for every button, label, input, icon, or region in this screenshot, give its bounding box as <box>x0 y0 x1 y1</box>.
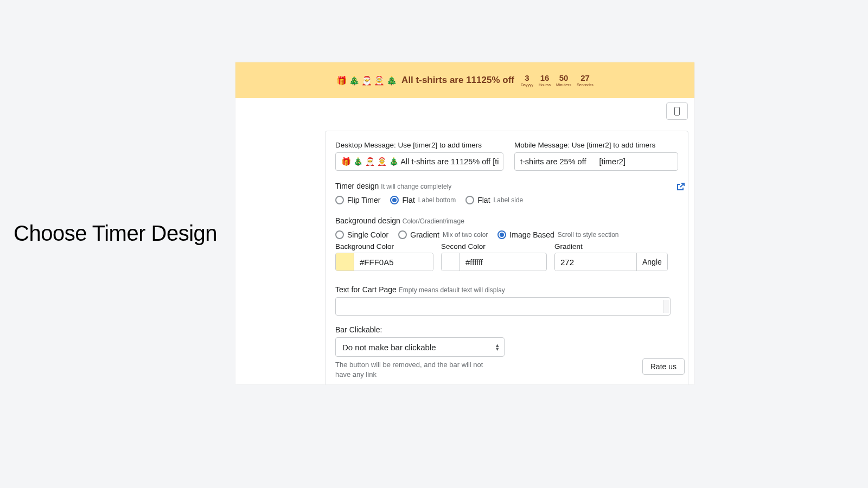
bar-clickable-helper: The button will be removed, and the bar … <box>335 360 498 379</box>
mobile-msg-input[interactable] <box>514 152 678 171</box>
bg-design-radios: Single Color Gradient Mix of two color I… <box>335 230 678 239</box>
form-card: Desktop Message: Use [timer2] to add tim… <box>325 131 688 384</box>
radio-flip-timer[interactable]: Flip Timer <box>335 196 380 204</box>
second-color-label: Second Color <box>441 242 547 251</box>
phone-icon <box>674 107 680 115</box>
radio-gradient[interactable]: Gradient Mix of two color <box>398 230 488 239</box>
cd-sec-num: 27 <box>580 74 590 82</box>
banner-emojis: 🎁🎄🎅🤶🎄 <box>336 75 397 86</box>
page-heading: Choose Timer Design <box>14 221 217 246</box>
cd-hours-num: 16 <box>540 74 550 82</box>
radio-flat-bottom[interactable]: Flat Label bottom <box>390 196 456 204</box>
preview-toolbar <box>235 98 694 120</box>
bar-clickable-select[interactable]: Do not make bar clickable <box>335 337 505 357</box>
popout-icon[interactable] <box>677 183 685 190</box>
radio-flat-side[interactable]: Flat Label side <box>465 196 523 204</box>
cd-days-num: 3 <box>525 74 529 82</box>
mobile-msg-label: Mobile Message: Use [timer2] to add time… <box>514 141 678 149</box>
editor-panel: 🎁🎄🎅🤶🎄 All t-shirts are 11125% off 3Dayyy… <box>235 62 694 384</box>
bg-color-input[interactable] <box>335 253 433 271</box>
radio-single-color[interactable]: Single Color <box>335 230 388 239</box>
second-color-text[interactable] <box>460 253 539 271</box>
bg-color-label: Background Color <box>335 242 433 251</box>
timer-design-title: Timer design It will change completely <box>335 182 678 190</box>
timer-design-radios: Flip Timer Flat Label bottom Flat Label … <box>335 196 678 204</box>
cd-days-lab: Dayyyy <box>521 83 533 87</box>
gradient-angle-input[interactable]: Angle <box>554 253 668 271</box>
preview-banner: 🎁🎄🎅🤶🎄 All t-shirts are 11125% off 3Dayyy… <box>235 62 694 98</box>
bg-color-swatch[interactable] <box>336 253 354 271</box>
gradient-label: Gradient <box>554 242 668 251</box>
rate-us-button[interactable]: Rate us <box>642 358 685 375</box>
banner-message: All t-shirts are 11125% off <box>401 75 514 86</box>
bg-design-title: Background design Color/Gradient/image <box>335 216 678 225</box>
cd-min-num: 50 <box>559 74 569 82</box>
radio-image-based[interactable]: Image Based Scroll to style section <box>497 230 618 239</box>
desktop-msg-input[interactable]: 🎁 🎄 🎅 🤶 🎄 All t-shirts are 11125% off [t… <box>335 152 503 171</box>
bg-color-text[interactable] <box>354 253 433 271</box>
gradient-angle-suffix: Angle <box>636 253 667 271</box>
second-color-swatch[interactable] <box>442 253 460 271</box>
gradient-angle-text[interactable] <box>555 253 636 271</box>
cd-min-lab: Minutess <box>556 83 571 87</box>
banner-countdown: 3Dayyyy 16Hourss 50Minutess 27Secondss <box>521 74 593 87</box>
device-toggle-button[interactable] <box>666 102 688 120</box>
bar-clickable-label: Bar Clickable: <box>335 325 678 334</box>
cd-sec-lab: Secondss <box>577 83 593 87</box>
cart-text-input[interactable] <box>335 297 671 316</box>
desktop-msg-label: Desktop Message: Use [timer2] to add tim… <box>335 141 503 149</box>
second-color-input[interactable] <box>441 253 547 271</box>
cart-text-label: Text for Cart Page Empty means default t… <box>335 285 678 294</box>
cd-hours-lab: Hourss <box>539 83 551 87</box>
